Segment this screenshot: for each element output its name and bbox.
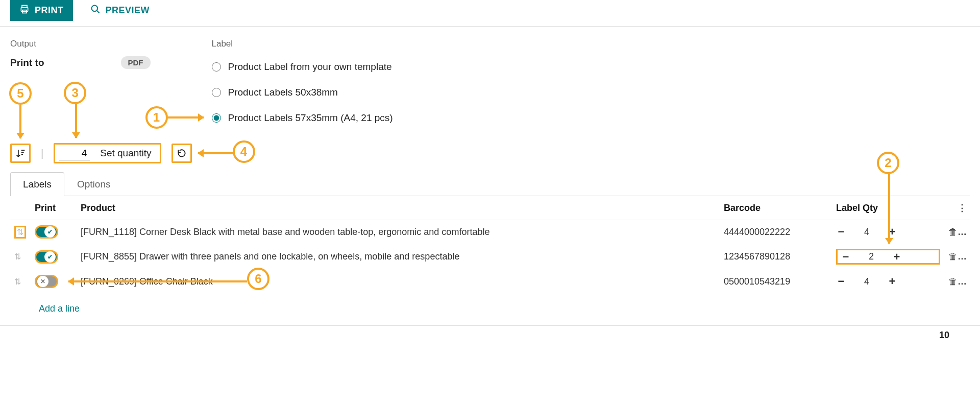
page-number: 10 bbox=[939, 330, 949, 340]
format-badge[interactable]: PDF bbox=[121, 56, 151, 69]
drag-handle-icon[interactable]: ⇅ bbox=[14, 252, 21, 261]
print-toggle[interactable] bbox=[35, 250, 58, 264]
label-option-2-radio[interactable] bbox=[212, 113, 221, 123]
row-menu-icon[interactable]: … bbox=[958, 276, 966, 287]
barcode-cell: 0500010543219 bbox=[720, 270, 832, 293]
content-area: Output Print to PDF Label Product Label … bbox=[0, 27, 980, 324]
qty-minus-icon[interactable]: − bbox=[836, 227, 846, 237]
qty-plus-icon[interactable]: + bbox=[892, 252, 902, 262]
toolbar: PRINT PREVIEW bbox=[0, 0, 980, 27]
print-button[interactable]: PRINT bbox=[10, 0, 73, 21]
qty-plus-icon[interactable]: + bbox=[887, 276, 897, 287]
print-toggle[interactable] bbox=[35, 275, 58, 288]
set-quantity-button[interactable]: Set quantity bbox=[96, 146, 155, 161]
set-quantity-group: Set quantity bbox=[54, 143, 161, 163]
add-line-link[interactable]: Add a line bbox=[35, 298, 84, 319]
annotation-circle-2: 2 bbox=[877, 152, 899, 174]
product-cell[interactable]: [FURN_8855] Drawer with three panels and… bbox=[77, 244, 720, 270]
label-column: Label Product Label from your own templa… bbox=[212, 39, 393, 129]
annotation-arrow bbox=[75, 104, 77, 138]
preview-button[interactable]: PREVIEW bbox=[85, 0, 155, 21]
row-menu-icon[interactable]: … bbox=[958, 251, 966, 262]
column-menu-icon[interactable]: ⋮ bbox=[958, 203, 966, 213]
table-row: ⇅ [FURN_8855] Drawer with three panels a… bbox=[10, 244, 970, 270]
tab-options[interactable]: Options bbox=[64, 172, 123, 196]
separator: | bbox=[41, 148, 43, 159]
tabs: Labels Options bbox=[10, 172, 970, 196]
annotation-circle-4: 4 bbox=[233, 140, 255, 163]
annotation-circle-1: 1 bbox=[145, 106, 168, 129]
print-to-label: Print to bbox=[10, 57, 44, 68]
trash-icon[interactable]: 🗑 bbox=[948, 276, 958, 287]
header-barcode: Barcode bbox=[720, 196, 832, 220]
labels-table: Print Product Barcode Label Qty ⋮ ⇅ [FUR… bbox=[10, 196, 970, 324]
annotation-arrow bbox=[198, 152, 233, 154]
qty-value[interactable]: 4 bbox=[861, 227, 873, 238]
annotation-arrow bbox=[888, 174, 890, 244]
label-option-0[interactable]: Product Label from your own template bbox=[212, 61, 393, 73]
svg-point-3 bbox=[91, 6, 97, 12]
annotation-circle-5: 5 bbox=[9, 82, 32, 105]
tab-labels[interactable]: Labels bbox=[10, 172, 64, 196]
label-section-label: Label bbox=[212, 39, 393, 49]
trash-icon[interactable]: 🗑 bbox=[948, 227, 958, 237]
trash-icon[interactable]: 🗑 bbox=[948, 251, 958, 262]
annotation-arrow bbox=[168, 116, 204, 119]
product-cell[interactable]: [FURN_1118] Corner Desk Black with metal… bbox=[77, 220, 720, 244]
label-option-2[interactable]: Product Labels 57x35mm (A4, 21 pcs) bbox=[212, 112, 393, 124]
annotation-circle-3: 3 bbox=[64, 82, 86, 104]
preview-button-label: PREVIEW bbox=[106, 5, 150, 16]
reset-button[interactable] bbox=[172, 144, 192, 163]
annotation-circle-6: 6 bbox=[247, 268, 270, 290]
quantity-input[interactable] bbox=[59, 147, 90, 160]
print-toggle[interactable] bbox=[35, 225, 58, 239]
annotation-arrow bbox=[68, 280, 247, 282]
page-footer: 10 bbox=[0, 325, 980, 345]
header-print: Print bbox=[31, 196, 77, 220]
drag-handle-icon[interactable]: ⇅ bbox=[14, 226, 26, 239]
print-button-label: PRINT bbox=[35, 5, 64, 16]
quantity-bar: | Set quantity bbox=[10, 143, 970, 163]
svg-line-4 bbox=[96, 11, 99, 13]
label-option-0-text: Product Label from your own template bbox=[228, 61, 392, 73]
table-row: ⇅ [FURN_1118] Corner Desk Black with met… bbox=[10, 220, 970, 244]
header-product: Product bbox=[77, 196, 720, 220]
label-option-2-text: Product Labels 57x35mm (A4, 21 pcs) bbox=[228, 112, 393, 124]
label-option-0-radio[interactable] bbox=[212, 62, 221, 72]
annotation-arrow bbox=[19, 105, 21, 138]
qty-minus-icon[interactable]: − bbox=[841, 252, 851, 262]
label-option-1-radio[interactable] bbox=[212, 88, 221, 97]
row-menu-icon[interactable]: … bbox=[958, 227, 966, 237]
sort-button[interactable] bbox=[10, 144, 31, 163]
qty-minus-icon[interactable]: − bbox=[836, 276, 846, 287]
search-icon bbox=[90, 4, 101, 17]
label-option-1-text: Product Labels 50x38mm bbox=[228, 87, 338, 98]
output-section-label: Output bbox=[10, 39, 151, 49]
label-option-1[interactable]: Product Labels 50x38mm bbox=[212, 87, 393, 98]
barcode-cell: 4444000022222 bbox=[720, 220, 832, 244]
qty-value[interactable]: 4 bbox=[861, 276, 873, 287]
qty-value[interactable]: 2 bbox=[865, 251, 877, 262]
barcode-cell: 1234567890128 bbox=[720, 244, 832, 270]
drag-handle-icon[interactable]: ⇅ bbox=[14, 277, 21, 286]
print-icon bbox=[19, 4, 30, 17]
